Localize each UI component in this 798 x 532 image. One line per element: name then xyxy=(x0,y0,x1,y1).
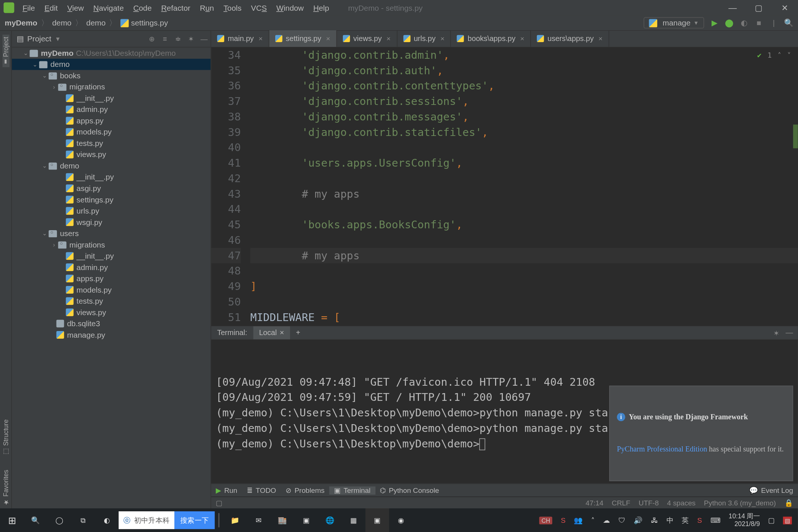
app-icon[interactable]: ▦ xyxy=(342,508,365,532)
close-icon[interactable]: × xyxy=(440,34,444,42)
tree-item[interactable]: tests.py xyxy=(12,296,211,307)
file-encoding[interactable]: UTF-8 xyxy=(639,499,659,507)
tray-sogou-icon[interactable]: S xyxy=(561,516,566,524)
chevron-up-icon[interactable]: ˄ xyxy=(778,51,781,59)
menu-window[interactable]: Window xyxy=(272,3,308,12)
tree-item[interactable]: models.py xyxy=(12,284,211,296)
tree-item[interactable]: asgi.py xyxy=(12,183,211,194)
coverage-button[interactable]: ◐ xyxy=(740,18,748,27)
caret-position[interactable]: 47:14 xyxy=(586,499,603,507)
tray-network-icon[interactable]: 🖧 xyxy=(651,516,658,524)
crumb-folder[interactable]: demo xyxy=(86,18,106,27)
close-icon[interactable]: × xyxy=(386,34,391,42)
tray-defender-icon[interactable]: 🛡 xyxy=(618,516,625,524)
cortana-icon[interactable]: ◯ xyxy=(47,508,71,532)
structure-toolwindow-tab[interactable]: ⬚ Structure xyxy=(2,417,10,458)
tray-sogou2-icon[interactable]: S xyxy=(697,516,702,524)
browser-search[interactable]: ⓔ初中升本科 搜索一下 xyxy=(119,511,215,529)
editor-tab[interactable]: books\apps.py× xyxy=(451,30,531,47)
tray-notifications-icon[interactable]: ▢ xyxy=(768,516,775,524)
menu-vcs[interactable]: VCS xyxy=(246,3,272,12)
tree-item[interactable]: ⌄demo xyxy=(12,160,211,172)
tray-people-icon[interactable]: 👥 xyxy=(574,516,583,524)
editor-tab[interactable]: views.py× xyxy=(337,30,397,47)
tree-item[interactable]: ⌄books xyxy=(12,70,211,81)
tree-item[interactable]: admin.py xyxy=(12,262,211,273)
tray-flag-icon[interactable]: ▧ xyxy=(783,516,792,524)
tree-item[interactable]: ⌄myDemoC:\Users\1\Desktop\myDemo xyxy=(12,47,211,59)
close-icon[interactable]: × xyxy=(259,34,263,42)
inspection-widget[interactable]: ✔ 1 ˄ ˅ xyxy=(757,51,791,59)
stop-button[interactable]: ■ xyxy=(754,18,763,27)
tree-item[interactable]: ⌄users xyxy=(12,228,211,239)
project-tree[interactable]: ⌄myDemoC:\Users\1\Desktop\myDemo⌄demo⌄bo… xyxy=(12,47,211,508)
todo-toolwindow-button[interactable]: ≣TODO xyxy=(242,486,281,494)
tree-item[interactable]: views.py xyxy=(12,307,211,318)
search-icon[interactable]: 🔍 xyxy=(24,508,47,532)
search-everywhere-button[interactable]: 🔍 xyxy=(784,18,793,27)
crumb-folder[interactable]: demo xyxy=(52,18,71,27)
menu-code[interactable]: Code xyxy=(129,3,157,12)
search-button[interactable]: 搜索一下 xyxy=(174,511,215,529)
close-icon[interactable]: × xyxy=(598,34,603,42)
maximize-button[interactable]: ▢ xyxy=(746,3,772,13)
chrome-icon[interactable]: ◉ xyxy=(389,508,413,532)
lock-icon[interactable]: 🔒 xyxy=(784,499,793,507)
menu-help[interactable]: Help xyxy=(308,3,334,12)
close-button[interactable]: ✕ xyxy=(772,3,798,13)
tree-item[interactable]: __init__.py xyxy=(12,250,211,262)
pycharm-pro-link[interactable]: PyCharm Professional Edition xyxy=(617,445,707,453)
framework-notification[interactable]: iYou are using the Django Framework PyCh… xyxy=(609,386,793,481)
tray-chevron-up-icon[interactable]: ˄ xyxy=(591,516,595,524)
close-icon[interactable]: × xyxy=(326,34,330,42)
tree-item[interactable]: admin.py xyxy=(12,104,211,115)
hide-icon[interactable]: — xyxy=(198,35,211,43)
minimize-button[interactable]: — xyxy=(720,3,746,13)
menu-refactor[interactable]: Refactor xyxy=(156,3,195,12)
menu-view[interactable]: View xyxy=(62,3,89,12)
menu-file[interactable]: File xyxy=(18,3,40,12)
editor-tab[interactable]: main.py× xyxy=(211,30,269,47)
obs-icon[interactable]: ◐ xyxy=(95,508,119,532)
chevron-icon[interactable]: ⌄ xyxy=(40,72,48,79)
chevron-icon[interactable]: ⌄ xyxy=(40,163,48,169)
settings-icon[interactable]: ✶ xyxy=(184,35,197,43)
editor-tab[interactable]: users\apps.py× xyxy=(531,30,609,47)
python-console-toolwindow-button[interactable]: ⌬Python Console xyxy=(375,486,444,494)
menu-tools[interactable]: Tools xyxy=(219,3,246,12)
close-icon[interactable]: × xyxy=(520,34,524,42)
tray-volume-icon[interactable]: 🔊 xyxy=(634,516,642,524)
tray-clock[interactable]: 10:14 周一 2021/8/9 xyxy=(729,513,760,528)
code-editor[interactable]: 343536373839404142434445464748495051 'dj… xyxy=(211,47,798,325)
tray-onedrive-icon[interactable]: ☁ xyxy=(603,516,610,524)
run-button[interactable]: ▶ xyxy=(710,18,719,27)
favorites-toolwindow-tab[interactable]: ★ Favorites xyxy=(2,467,10,508)
chevron-icon[interactable]: ⌄ xyxy=(31,61,39,68)
collapse-all-icon[interactable]: ≑ xyxy=(171,35,184,43)
task-view-icon[interactable]: ⧉ xyxy=(71,508,95,532)
tray-ime-badge[interactable]: CH xyxy=(539,516,552,524)
crumb-project[interactable]: myDemo xyxy=(5,18,37,27)
chevron-icon[interactable]: › xyxy=(50,241,58,248)
code-text[interactable]: 'django.contrib.admin', 'django.contrib.… xyxy=(250,47,798,325)
menu-edit[interactable]: Edit xyxy=(40,3,63,12)
edge-icon[interactable]: 🌐 xyxy=(318,508,342,532)
editor-tab[interactable]: settings.py× xyxy=(269,30,337,47)
hide-terminal-icon[interactable]: — xyxy=(786,328,793,337)
explorer-icon[interactable]: 📁 xyxy=(223,508,247,532)
editor-tab[interactable]: urls.py× xyxy=(397,30,451,47)
tree-item[interactable]: apps.py xyxy=(12,273,211,284)
chevron-down-icon[interactable]: ˅ xyxy=(787,51,791,59)
tree-item[interactable]: views.py xyxy=(12,149,211,160)
menu-run[interactable]: Run xyxy=(195,3,219,12)
chevron-icon[interactable]: ⌄ xyxy=(40,230,48,237)
line-separator[interactable]: CRLF xyxy=(612,499,630,507)
tree-item[interactable]: tests.py xyxy=(12,137,211,149)
tree-item[interactable]: ›migrations xyxy=(12,239,211,250)
mail-icon[interactable]: ✉ xyxy=(247,508,270,532)
store-icon[interactable]: 🏬 xyxy=(270,508,294,532)
project-label[interactable]: Project xyxy=(27,34,51,43)
chevron-icon[interactable]: ⌄ xyxy=(21,50,30,57)
terminal-tab-local[interactable]: Local × xyxy=(253,326,290,339)
start-button[interactable]: ⊞ xyxy=(0,508,24,532)
